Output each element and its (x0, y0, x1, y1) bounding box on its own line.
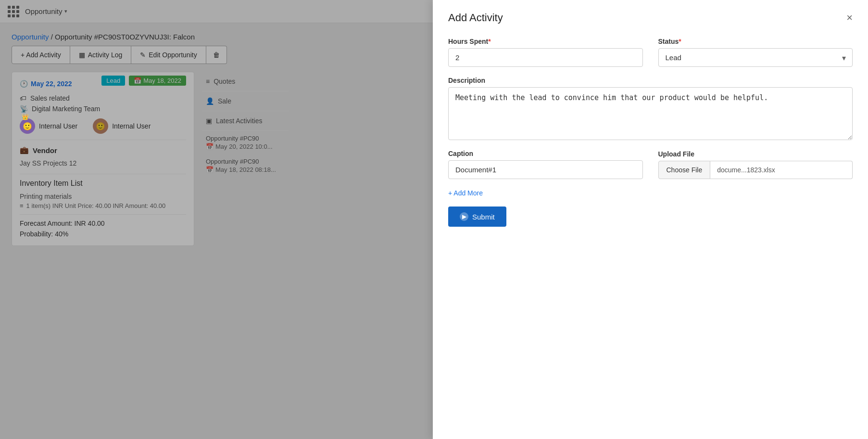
add-more-link[interactable]: + Add More (448, 189, 483, 197)
description-textarea[interactable]: Meeting with the lead to convince him th… (448, 87, 853, 140)
top-nav: Opportunity ▾ (0, 0, 433, 23)
sale-icon: 👤 (206, 97, 214, 105)
app-name[interactable]: Opportunity ▾ (25, 7, 67, 15)
forecast-amount: Forecast Amount: INR 40.00 (20, 220, 186, 227)
inventory-heading: Inventory Item List (20, 179, 186, 188)
chevron-down-icon: ▾ (64, 8, 67, 14)
briefcase-icon: 💼 (20, 146, 29, 155)
submit-button[interactable]: ▶ Submit (448, 207, 506, 227)
modal-title: Add Activity (448, 12, 503, 24)
caption-input[interactable] (448, 160, 643, 179)
required-indicator: * (488, 38, 491, 45)
edit-icon: ✎ (140, 51, 146, 59)
file-name-display: docume...1823.xlsx (710, 161, 853, 179)
crown-icon: 👑 (22, 114, 29, 120)
caption-label: Caption (448, 150, 643, 157)
sidebar-item-latest-activities[interactable]: ▣ Latest Activities (202, 111, 289, 131)
clock-icon: 🕐 (20, 80, 28, 88)
status-group: Status* Lead Opportunity Closed Won Clos… (658, 38, 853, 67)
vendor-name: Jay SS Projects 12 (20, 157, 186, 169)
avatar-1: 🙂 (20, 118, 35, 134)
caption-group: Caption (448, 150, 643, 179)
choose-file-button[interactable]: Choose File (658, 161, 711, 179)
close-button[interactable]: × (846, 13, 853, 23)
hours-spent-input[interactable] (448, 48, 643, 67)
caption-upload-row: Caption Upload File Choose File docume..… (448, 150, 853, 179)
status-select[interactable]: Lead Opportunity Closed Won Closed Lost (658, 48, 853, 67)
calendar-icon: 📅 (134, 77, 141, 84)
tag-icon: 🏷 (20, 94, 26, 102)
calendar-small-icon: 📅 (206, 143, 214, 150)
quotes-icon: ≡ (206, 77, 210, 85)
date-badge: 📅 May 18, 2022 (129, 76, 186, 86)
breadcrumb: Opportunity / Opportunity #PC90ST0OZYVNU… (0, 23, 433, 46)
log-icon: ▦ (79, 51, 85, 59)
required-indicator-2: * (679, 38, 681, 45)
submit-row: ▶ Submit (448, 207, 853, 227)
description-label: Description (448, 77, 853, 84)
add-activity-button[interactable]: + Add Activity (12, 46, 70, 64)
upload-label: Upload File (658, 150, 853, 158)
upload-input-row: Choose File docume...1823.xlsx (658, 161, 853, 179)
broadcast-icon: 📡 (20, 105, 28, 113)
delete-button[interactable]: 🗑 (206, 46, 227, 64)
add-activity-panel: Add Activity × Hours Spent* Status* Lead… (433, 0, 868, 439)
hours-spent-group: Hours Spent* (448, 38, 643, 67)
users-row: 👑 🙂 Internal User 🙂 Internal User (20, 118, 186, 134)
calendar-small-icon-2: 📅 (206, 166, 214, 173)
item-name: Printing materials (20, 193, 186, 200)
activity-card: 🕐 May 22, 2022 Lead 📅 May 18, 2022 🏷 Sal… (12, 72, 194, 246)
status-label: Status* (658, 38, 853, 45)
list-icon: ≡ (20, 202, 24, 209)
activity-entry-2: Opportunity #PC90 📅 May 18, 2022 08:18..… (202, 154, 289, 177)
user-item-1: 👑 🙂 Internal User (20, 118, 77, 134)
vendor-section-title: 💼 Vendor (20, 146, 186, 155)
user-item-2: 🙂 Internal User (93, 118, 151, 134)
activity-entry-1: Opportunity #PC90 📅 May 20, 2022 10:0... (202, 131, 289, 154)
main-content: 🕐 May 22, 2022 Lead 📅 May 18, 2022 🏷 Sal… (0, 72, 433, 246)
edit-opportunity-button[interactable]: ✎ Edit Opportunity (131, 46, 206, 64)
card-badges: Lead 📅 May 18, 2022 (101, 76, 186, 86)
tag-row: 🏷 Sales related (20, 94, 186, 102)
activities-icon: ▣ (206, 117, 212, 125)
hours-spent-label: Hours Spent* (448, 38, 643, 45)
probability: Probability: 40% (20, 230, 186, 238)
avatar-2: 🙂 (93, 118, 108, 134)
modal-header: Add Activity × (448, 12, 853, 24)
upload-group: Upload File Choose File docume...1823.xl… (658, 150, 853, 179)
lead-badge: Lead (101, 76, 125, 86)
activity-log-button[interactable]: ▦ Activity Log (70, 46, 132, 64)
status-select-wrapper: Lead Opportunity Closed Won Closed Lost (658, 48, 853, 67)
description-group: Description Meeting with the lead to con… (448, 77, 853, 140)
hours-status-row: Hours Spent* Status* Lead Opportunity Cl… (448, 38, 853, 67)
right-sidebar: ≡ Quotes 👤 Sale ▣ Latest Activities Oppo… (202, 72, 289, 246)
sidebar-item-quotes[interactable]: ≡ Quotes (202, 72, 289, 91)
apps-grid-icon[interactable] (8, 6, 19, 17)
breadcrumb-link[interactable]: Opportunity (12, 33, 49, 41)
submit-icon: ▶ (460, 212, 468, 221)
broadcast-row: 📡 Digital Marketing Team (20, 105, 186, 113)
card-date: 🕐 May 22, 2022 (20, 80, 72, 88)
sidebar-item-sale[interactable]: 👤 Sale (202, 91, 289, 111)
item-meta: ≡ 1 item(s) INR Unit Price: 40.00 INR Am… (20, 202, 186, 209)
breadcrumb-current: Opportunity #PC90ST0OZYVNUJ3I: Falcon (55, 33, 195, 41)
action-toolbar: + Add Activity ▦ Activity Log ✎ Edit Opp… (0, 46, 433, 72)
